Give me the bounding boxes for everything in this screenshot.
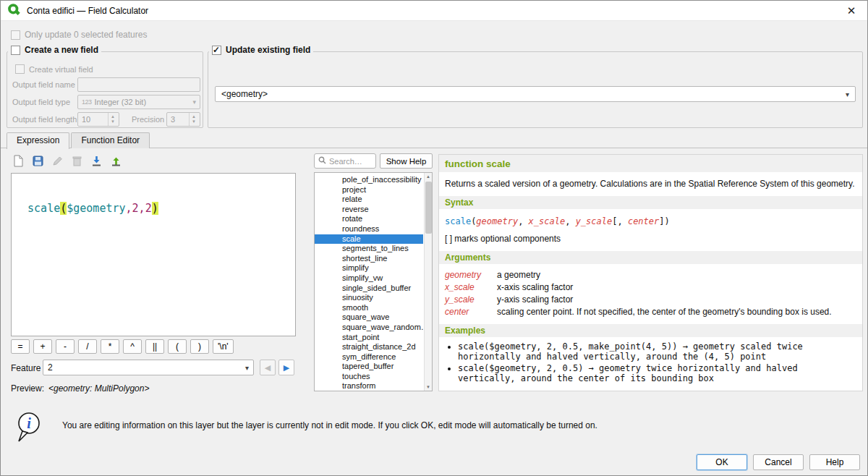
function-list-item[interactable]: simplify bbox=[315, 263, 423, 273]
field-calculator-dialog: Conta edifici — Field Calculator ✕ Only … bbox=[0, 0, 868, 476]
search-icon bbox=[318, 156, 326, 166]
examples-list: scale($geometry, 2, 0.5, make_point(4, 5… bbox=[439, 337, 862, 391]
operator-button[interactable]: + bbox=[33, 339, 52, 354]
function-list-item[interactable]: sinuosity bbox=[315, 293, 423, 303]
output-field-name-label: Output field name bbox=[12, 80, 75, 89]
help-button[interactable]: Help bbox=[809, 454, 860, 470]
import-expressions-button[interactable] bbox=[88, 152, 105, 169]
function-list-item[interactable]: smooth bbox=[315, 303, 423, 313]
operator-button[interactable]: '\n' bbox=[213, 339, 234, 354]
scroll-down-icon[interactable]: ▼ bbox=[425, 385, 432, 389]
function-list-item[interactable]: touches bbox=[315, 372, 423, 382]
argument-name: x_scale bbox=[445, 282, 487, 292]
function-list-item[interactable]: pole_of_inaccessibility bbox=[315, 175, 423, 185]
qgis-logo-icon bbox=[7, 3, 20, 18]
argument-description: y-axis scaling factor bbox=[497, 294, 856, 305]
tab-expression[interactable]: Expression bbox=[7, 132, 69, 149]
output-field-name-input[interactable] bbox=[77, 77, 200, 92]
precision-spinner[interactable]: 3 ▲▼ bbox=[166, 112, 200, 127]
save-expression-button[interactable] bbox=[29, 152, 46, 169]
create-virtual-field-checkbox[interactable]: Create virtual field bbox=[15, 64, 93, 74]
arrow-left-icon: ◀ bbox=[265, 363, 271, 373]
function-list-item[interactable]: segments_to_lines bbox=[315, 244, 423, 254]
operator-button[interactable]: / bbox=[78, 339, 97, 354]
help-title: function scale bbox=[439, 155, 862, 172]
edit-expression-button[interactable] bbox=[48, 152, 66, 169]
next-feature-button[interactable]: ▶ bbox=[278, 360, 294, 375]
function-list-item[interactable]: tapered_buffer bbox=[315, 362, 423, 372]
example-item: scale($geometry, 2, 0.5, make_point(4, 5… bbox=[458, 342, 855, 362]
function-list-item[interactable]: project bbox=[315, 185, 423, 195]
chevron-down-icon: ▾ bbox=[192, 98, 196, 106]
scroll-up-icon[interactable]: ▲ bbox=[425, 174, 432, 179]
example-item: scale($geometry, 2, 0.5) → geometry twic… bbox=[458, 364, 855, 383]
function-list-item[interactable]: sym_difference bbox=[315, 352, 423, 362]
function-list[interactable]: pole_of_inaccessibilityprojectrelatereve… bbox=[314, 172, 433, 391]
operator-button[interactable]: * bbox=[101, 339, 119, 354]
syntax-heading: Syntax bbox=[439, 196, 862, 209]
show-help-button[interactable]: Show Help bbox=[380, 153, 433, 169]
output-field-type-label: Output field type bbox=[12, 98, 70, 106]
spinner-arrows-icon[interactable]: ▲▼ bbox=[108, 113, 115, 126]
function-list-item[interactable]: start_point bbox=[315, 333, 423, 343]
function-list-item[interactable]: square_wave bbox=[315, 313, 423, 323]
update-existing-field-checkbox[interactable]: Update existing field bbox=[209, 45, 313, 55]
export-expressions-button[interactable] bbox=[107, 152, 124, 169]
delete-expression-button[interactable] bbox=[68, 152, 85, 169]
tab-bar: Expression Function Editor bbox=[7, 132, 151, 149]
existing-field-combo[interactable]: <geometry> ▾ bbox=[215, 86, 856, 102]
operator-button[interactable]: ( bbox=[168, 339, 187, 354]
operator-button[interactable]: ^ bbox=[123, 339, 142, 354]
operator-buttons: =+-/*^||()'\n' bbox=[11, 339, 234, 354]
function-search[interactable] bbox=[314, 153, 376, 169]
checkbox-box[interactable] bbox=[15, 64, 25, 74]
function-list-item[interactable]: straight_distance_2d bbox=[315, 342, 423, 352]
spinner-arrows-icon[interactable]: ▲▼ bbox=[189, 113, 196, 126]
function-list-item[interactable]: rotate bbox=[315, 214, 423, 224]
function-list-item[interactable]: single_sided_buffer bbox=[315, 284, 423, 294]
checkbox-box[interactable] bbox=[11, 46, 20, 55]
integer-type-icon: 123 bbox=[82, 98, 92, 106]
arrow-right-icon: ▶ bbox=[284, 363, 289, 373]
search-input[interactable] bbox=[329, 157, 369, 166]
function-list-item[interactable]: square_wave_random… bbox=[315, 323, 423, 333]
only-update-label: Only update 0 selected features bbox=[25, 30, 147, 40]
checkbox-box[interactable] bbox=[212, 46, 221, 55]
arguments-table: geometry a geometry x_scale x-axis scali… bbox=[439, 264, 862, 324]
window-title: Conta edifici — Field Calculator bbox=[27, 6, 148, 16]
tab-function-editor[interactable]: Function Editor bbox=[71, 132, 150, 148]
function-list-item[interactable]: scale bbox=[315, 234, 423, 245]
ok-button[interactable]: OK bbox=[697, 454, 747, 470]
preview-value: <geometry: MultiPolygon> bbox=[48, 383, 149, 394]
function-list-item[interactable]: transform bbox=[315, 381, 423, 391]
chevron-down-icon: ▾ bbox=[245, 364, 249, 372]
operator-button[interactable]: = bbox=[11, 339, 30, 354]
function-list-scrollbar[interactable]: ▲ ▼ bbox=[424, 173, 432, 391]
create-new-field-checkbox[interactable]: Create a new field bbox=[8, 45, 101, 55]
feature-combo[interactable]: 2 ▾ bbox=[43, 360, 254, 375]
function-list-item[interactable]: reverse bbox=[315, 205, 423, 215]
operator-button[interactable]: ) bbox=[190, 339, 209, 354]
function-list-item[interactable]: relate bbox=[315, 195, 423, 205]
function-list-item[interactable]: roundness bbox=[315, 224, 423, 234]
argument-description: a geometry bbox=[497, 270, 856, 280]
function-list-item[interactable]: shortest_line bbox=[315, 254, 423, 264]
argument-name: geometry bbox=[445, 270, 487, 280]
output-field-type-combo[interactable]: 123 Integer (32 bit) ▾ bbox=[77, 95, 200, 109]
argument-name: center bbox=[445, 307, 487, 317]
argument-description: x-axis scaling factor bbox=[497, 282, 856, 292]
operator-button[interactable]: || bbox=[145, 339, 164, 354]
close-icon[interactable]: ✕ bbox=[842, 4, 861, 17]
help-description: Returns a scaled version of a geometry. … bbox=[439, 172, 862, 196]
cancel-button[interactable]: Cancel bbox=[753, 454, 804, 470]
scrollbar-thumb[interactable] bbox=[425, 182, 432, 234]
new-expression-button[interactable] bbox=[9, 152, 27, 169]
checkbox-box[interactable] bbox=[11, 30, 20, 40]
previous-feature-button[interactable]: ◀ bbox=[260, 360, 276, 375]
operator-button[interactable]: - bbox=[56, 339, 75, 354]
expression-editor[interactable]: scale($geometry,2,2) bbox=[11, 173, 296, 336]
only-update-checkbox[interactable]: Only update 0 selected features bbox=[11, 30, 147, 40]
output-field-length-spinner[interactable]: 10 ▲▼ bbox=[77, 112, 119, 127]
title-bar: Conta edifici — Field Calculator ✕ bbox=[1, 1, 867, 21]
function-list-item[interactable]: simplify_vw bbox=[315, 273, 423, 284]
